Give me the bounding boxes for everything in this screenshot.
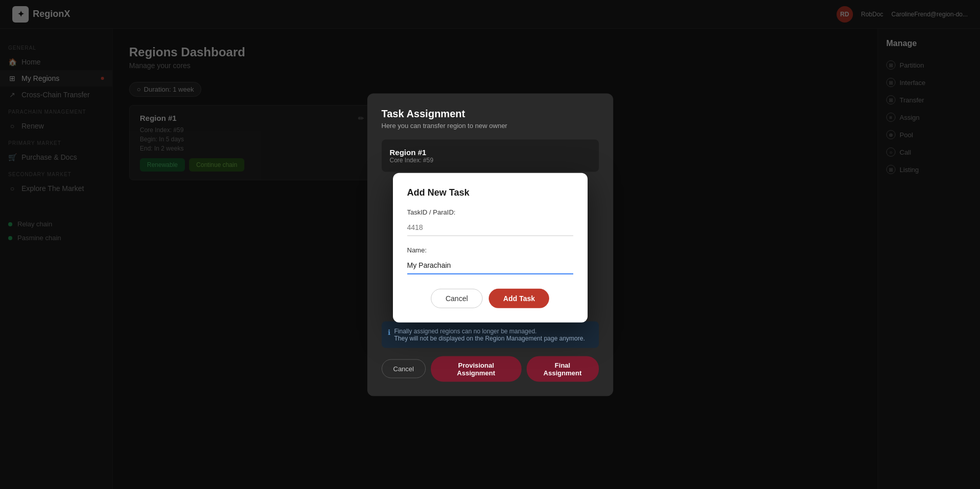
region-info-name: Region #1 — [390, 147, 591, 156]
outer-modal-actions: Cancel Provisional Assignment Final Assi… — [382, 356, 599, 381]
name-label: Name: — [407, 246, 573, 253]
info-notice-line2: They will not be displayed on the Region… — [394, 334, 585, 342]
final-assignment-button[interactable]: Final Assignment — [527, 356, 599, 381]
info-notice-line1: Finally assigned regions can no longer b… — [394, 327, 585, 334]
name-input[interactable] — [407, 257, 573, 274]
info-notice: ℹ Finally assigned regions can no longer… — [382, 321, 599, 348]
taskid-input[interactable] — [407, 219, 573, 236]
region-info-block: Region #1 Core Index: #59 — [382, 139, 599, 172]
task-assignment-title: Task Assignment — [382, 108, 599, 119]
cancel-outer-button[interactable]: Cancel — [382, 359, 426, 378]
provisional-assignment-button[interactable]: Provisional Assignment — [431, 356, 522, 381]
cancel-inner-button[interactable]: Cancel — [431, 288, 483, 308]
add-task-modal: Add New Task TaskID / ParaID: Name: Canc… — [393, 173, 588, 322]
region-info-core: Core Index: #59 — [390, 156, 591, 163]
inner-modal-actions: Cancel Add Task — [407, 288, 573, 308]
info-icon: ℹ — [388, 328, 390, 336]
taskid-label: TaskID / ParaID: — [407, 208, 573, 216]
task-assignment-subtitle: Here you can transfer region to new owne… — [382, 121, 599, 129]
add-task-title: Add New Task — [407, 187, 573, 198]
add-task-button[interactable]: Add Task — [489, 288, 549, 308]
